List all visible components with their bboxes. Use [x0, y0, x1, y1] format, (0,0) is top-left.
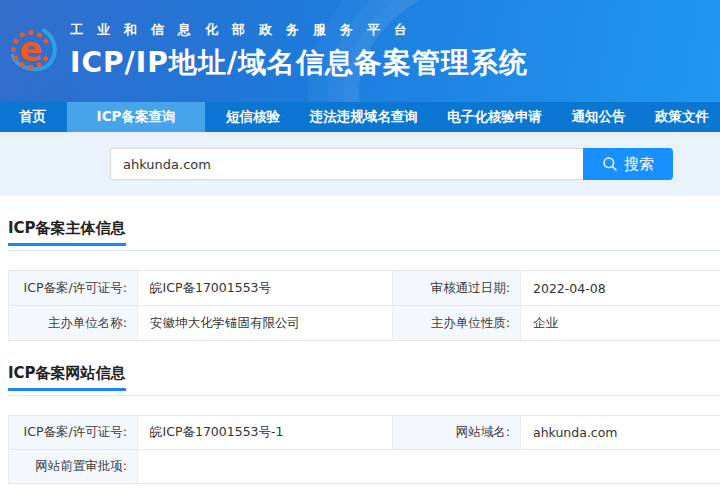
system-title: ICP/IP地址/域名信息备案管理系统 — [70, 44, 528, 82]
section-title-subject: ICP备案主体信息 — [8, 219, 126, 246]
field-value-pre-approval — [138, 450, 720, 484]
field-value-icp-number: 皖ICP备17001553号 — [138, 271, 393, 306]
field-value-review-date: 2022-04-08 — [521, 271, 720, 306]
search-input[interactable] — [110, 148, 583, 180]
main-nav: 首页 ICP备案查询 短信核验 违法违规域名查询 电子化核验申请 通知公告 政策… — [0, 102, 720, 132]
subject-info-table: ICP备案/许可证号: 皖ICP备17001553号 审核通过日期: 2022-… — [8, 270, 720, 341]
section-head-website: ICP备案网站信息 — [8, 363, 720, 396]
search-section: 搜索 — [0, 132, 720, 196]
svg-text:e: e — [19, 29, 42, 69]
content-area: ICP备案主体信息 ICP备案/许可证号: 皖ICP备17001553号 审核通… — [0, 218, 720, 484]
field-label: 网站前置审批项: — [9, 450, 138, 484]
field-label: 网站域名: — [393, 416, 521, 450]
search-box: 搜索 — [110, 148, 673, 180]
search-button-label: 搜索 — [624, 155, 654, 174]
field-value-organizer-nature: 企业 — [521, 306, 720, 341]
nav-item-notices[interactable]: 通知公告 — [562, 102, 634, 132]
field-label: 主办单位性质: — [393, 306, 521, 341]
nav-item-policy-docs[interactable]: 政策文件 — [646, 102, 718, 132]
field-label: 主办单位名称: — [9, 306, 138, 341]
nav-item-home[interactable]: 首页 — [10, 102, 55, 132]
nav-item-icp-query[interactable]: ICP备案查询 — [67, 102, 206, 132]
website-info-table: ICP备案/许可证号: 皖ICP备17001553号-1 网站域名: ahkun… — [8, 415, 720, 484]
field-value-site-domain: ahkunda.com — [521, 416, 720, 450]
field-label: 审核通过日期: — [393, 271, 521, 306]
field-value-site-icp-number: 皖ICP备17001553号-1 — [138, 416, 393, 450]
field-value-organizer-name: 安徽坤大化学锚固有限公司 — [138, 306, 393, 341]
section-head-subject: ICP备案主体信息 — [8, 218, 720, 251]
gear-e-logo[interactable]: e — [8, 18, 60, 84]
search-button[interactable]: 搜索 — [583, 148, 673, 180]
platform-title: 工业和信息化部政务服务平台 — [70, 21, 528, 39]
nav-item-illegal-domain-query[interactable]: 违法违规域名查询 — [301, 102, 427, 132]
app-header: e 工业和信息化部政务服务平台 ICP/IP地址/域名信息备案管理系统 — [0, 0, 720, 102]
nav-item-sms-verify[interactable]: 短信核验 — [217, 102, 289, 132]
nav-item-e-verify-apply[interactable]: 电子化核验申请 — [438, 102, 551, 132]
search-icon — [602, 156, 618, 172]
section-title-website: ICP备案网站信息 — [8, 364, 126, 391]
field-label: ICP备案/许可证号: — [9, 271, 138, 306]
field-label: ICP备案/许可证号: — [9, 416, 138, 450]
